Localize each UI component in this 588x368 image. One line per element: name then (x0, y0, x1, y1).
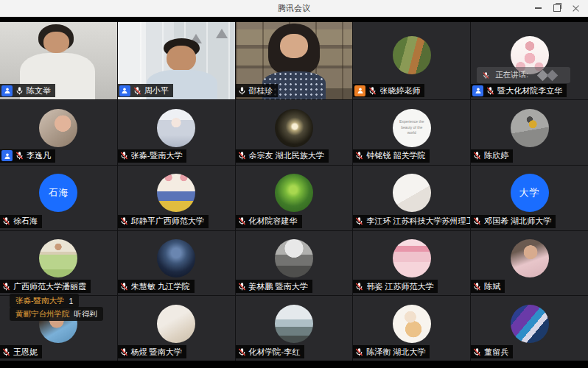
participant-name: 姜林鹏 暨南大学 (249, 281, 308, 292)
mic-muted-icon (237, 151, 247, 160)
participant-tile-22[interactable]: 杨煜 暨南大学 (118, 296, 235, 361)
participant-name: 李江环 江苏科技大学苏州理工学院 (366, 216, 470, 227)
name-label: 钟铭锐 韶关学院 (353, 149, 430, 163)
member-badge-icon (1, 150, 13, 161)
avatar (393, 36, 431, 74)
participant-name: 广西师范大学潘丽霞 (13, 281, 86, 292)
titlebar: 腾讯会议 (0, 0, 588, 17)
mic-muted-icon (1, 282, 11, 291)
mic-muted-icon (472, 216, 482, 226)
member-badge-icon (1, 85, 13, 96)
participant-tile-9[interactable]: Experience the beauty of the world钟铭锐 韶关… (353, 100, 470, 165)
avatar-text: Experience the beauty of the world (397, 119, 427, 136)
meeting-window: 腾讯会议 陈文举周小平邵桂珍张晓婷老师正在讲话:暨大化材院李立华李逸凡张淼-暨南… (0, 0, 588, 368)
name-label: 朱慧敏 九江学院 (118, 280, 195, 293)
avatar (511, 239, 549, 277)
avatar: 石海 (39, 174, 77, 212)
participant-tile-7[interactable]: 张淼-暨南大学 (118, 100, 235, 165)
chat-toast[interactable]: 黄郦宁台州学院 听得到 (10, 307, 103, 321)
name-label: 王恩妮 (0, 345, 42, 358)
avatar-text: 大学 (519, 186, 540, 199)
avatar (393, 174, 431, 212)
mic-muted-icon (1, 216, 11, 226)
participant-tile-23[interactable]: 化材学院-李红 (236, 296, 353, 361)
mic-muted-icon (368, 86, 377, 96)
participant-tile-15[interactable]: 大学邓国希 湖北师大学 (471, 166, 588, 230)
mic-muted-icon (119, 282, 129, 291)
speaking-label: 正在讲话: (495, 70, 528, 80)
participant-name: 张淼-暨南大学 (131, 150, 183, 161)
mic-muted-icon (472, 282, 482, 291)
participant-name: 邓国希 湖北师大学 (484, 216, 551, 227)
avatar: Experience the beauty of the world (393, 109, 431, 147)
member-badge-icon (472, 85, 483, 96)
name-label: 李江环 江苏科技大学苏州理工学院 (353, 215, 470, 228)
mic-icon (237, 86, 247, 96)
participant-name: 化材学院-李红 (249, 347, 301, 358)
avatar (39, 239, 77, 277)
participant-tile-8[interactable]: 余宗友 湖北民族大学 (236, 100, 353, 165)
restore-button[interactable] (550, 1, 564, 15)
participant-tile-2[interactable]: 周小平 (118, 22, 235, 99)
participant-tile-14[interactable]: 李江环 江苏科技大学苏州理工学院 (353, 166, 470, 230)
chat-toast[interactable]: 张淼-暨南大学 1 (10, 294, 79, 308)
participant-tile-20[interactable]: 陈斌 (471, 231, 588, 296)
participant-tile-12[interactable]: 邱静平广西师范大学 (118, 166, 235, 230)
participant-tile-25[interactable]: 董留兵 (471, 296, 588, 361)
mic-muted-icon (486, 86, 495, 96)
participant-tile-24[interactable]: 陈泽衡 湖北大学 (353, 296, 470, 361)
avatar (275, 109, 313, 147)
participant-tile-18[interactable]: 姜林鹏 暨南大学 (236, 231, 353, 296)
minimize-button[interactable] (531, 1, 545, 15)
close-icon (573, 4, 580, 12)
participant-name: 邱静平广西师范大学 (131, 216, 204, 227)
participant-name: 徐石海 (13, 216, 38, 227)
window-title: 腾讯会议 (0, 0, 588, 16)
participant-tile-4[interactable]: 张晓婷老师 (353, 22, 470, 99)
participant-tile-6[interactable]: 李逸凡 (0, 100, 117, 165)
participant-tile-11[interactable]: 石海徐石海 (0, 166, 117, 230)
name-label: 化材学院-李红 (236, 345, 305, 358)
participant-tile-17[interactable]: 朱慧敏 九江学院 (118, 231, 235, 296)
name-label: 陈文举 (0, 84, 55, 97)
participant-name: 钟铭锐 韶关学院 (366, 150, 425, 161)
mic-muted-icon (472, 347, 482, 357)
participant-name: 周小平 (144, 85, 169, 96)
participant-tile-16[interactable]: 广西师范大学潘丽霞 (0, 231, 117, 296)
close-button[interactable] (569, 1, 584, 15)
name-label: 邵桂珍 (236, 84, 278, 97)
participant-name: 李逸凡 (27, 150, 51, 161)
participant-tile-10[interactable]: 陈欣婷 (471, 100, 588, 165)
avatar (275, 174, 313, 212)
participant-name: 陈欣婷 (484, 150, 508, 161)
name-label: 张晓婷老师 (353, 84, 424, 97)
participant-tile-13[interactable]: 化材院容建华 (236, 166, 353, 230)
name-label: 徐石海 (0, 215, 42, 228)
participant-tile-5[interactable]: 正在讲话:暨大化材院李立华 (471, 22, 588, 99)
minimize-icon (535, 7, 542, 9)
mic-muted-icon (237, 347, 247, 357)
mic-muted-icon (237, 216, 247, 226)
name-label: 董留兵 (471, 345, 513, 358)
name-label: 化材院容建华 (236, 215, 302, 228)
mic-muted-icon (1, 347, 11, 357)
avatar (275, 305, 313, 343)
participant-name: 韩姿 江苏师范大学 (366, 281, 433, 292)
name-label: 广西师范大学潘丽霞 (0, 280, 91, 293)
name-label: 邓国希 湖北师大学 (471, 215, 556, 228)
member-badge-icon (354, 85, 365, 96)
mic-muted-icon (119, 347, 129, 357)
participant-tile-19[interactable]: 韩姿 江苏师范大学 (353, 231, 470, 296)
name-label: 邱静平广西师范大学 (118, 215, 209, 228)
participant-name: 暨大化材院李立华 (497, 85, 562, 96)
mic-muted-icon (354, 151, 364, 160)
avatar (157, 305, 195, 343)
mic-muted-icon (354, 216, 364, 226)
participant-tile-1[interactable]: 陈文举 (0, 22, 117, 99)
name-label: 姜林鹏 暨南大学 (236, 280, 312, 293)
participant-name: 化材院容建华 (249, 216, 298, 227)
name-label: 周小平 (118, 84, 173, 97)
avatar (393, 239, 431, 277)
participant-tile-3[interactable]: 邵桂珍 (236, 22, 353, 99)
avatar (157, 239, 195, 277)
